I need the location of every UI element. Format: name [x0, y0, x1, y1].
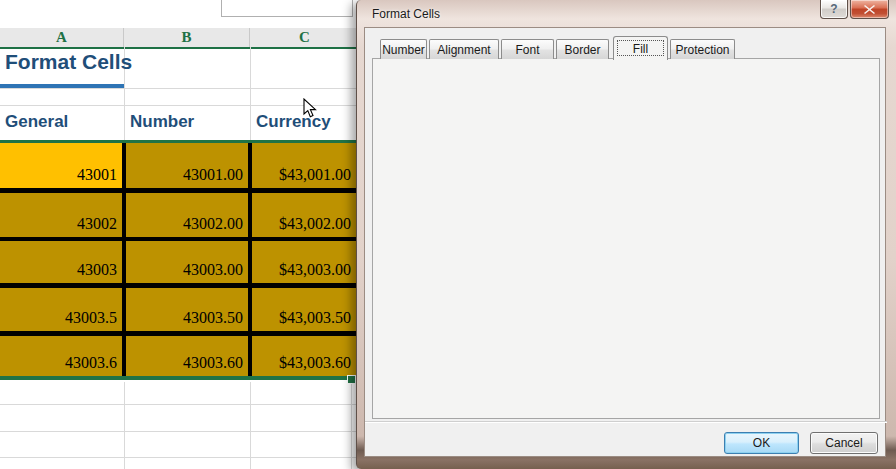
gridline: [124, 382, 125, 469]
spreadsheet-cell[interactable]: 43002: [0, 193, 122, 237]
tab-font[interactable]: Font: [501, 39, 554, 59]
field-header-number[interactable]: Number: [130, 112, 194, 132]
spreadsheet-cell[interactable]: $43,001.00: [252, 143, 356, 188]
screen: ABC Format Cells GeneralNumberCurrency 4…: [0, 0, 896, 469]
close-button[interactable]: [850, 0, 889, 19]
spreadsheet-cell[interactable]: 43002.00: [126, 193, 248, 237]
cell-a1-title[interactable]: Format Cells: [5, 50, 132, 74]
spreadsheet-cell[interactable]: 43001: [0, 143, 122, 188]
cancel-button[interactable]: Cancel: [810, 432, 878, 454]
spreadsheet-cell[interactable]: 43003.50: [126, 288, 248, 331]
field-header-currency[interactable]: Currency: [256, 112, 331, 132]
spreadsheet-cell[interactable]: $43,003.50: [252, 288, 356, 331]
spreadsheet-cell[interactable]: $43,003.00: [252, 241, 356, 283]
gridline: [351, 382, 352, 469]
column-header-row: ABC: [0, 28, 360, 49]
footer-divider: [365, 421, 887, 422]
spreadsheet-cell[interactable]: 43003.00: [126, 241, 248, 283]
column-header-a[interactable]: A: [0, 28, 124, 47]
spreadsheet-cell[interactable]: 43003.5: [0, 288, 122, 331]
spreadsheet-cell[interactable]: $43,002.00: [252, 193, 356, 237]
field-header-general[interactable]: General: [5, 112, 68, 132]
gridline: [0, 431, 357, 432]
tab-protection[interactable]: Protection: [670, 39, 735, 59]
gridline: [250, 47, 251, 141]
spreadsheet: ABC Format Cells GeneralNumberCurrency 4…: [0, 0, 360, 469]
ok-button[interactable]: OK: [724, 432, 799, 454]
gridline: [0, 457, 357, 458]
help-button[interactable]: ?: [820, 0, 848, 19]
gridline: [0, 404, 357, 405]
fill-handle[interactable]: [347, 375, 356, 384]
tab-alignment[interactable]: Alignment: [429, 39, 499, 59]
title-underline: [0, 84, 124, 88]
format-cells-dialog: Format Cells ? NumberAlignmentFontBorder…: [356, 0, 896, 469]
gridline: [250, 382, 251, 469]
gridline: [0, 88, 357, 89]
column-header-c[interactable]: C: [250, 28, 360, 47]
tab-fill[interactable]: Fill: [613, 36, 668, 60]
spreadsheet-cell[interactable]: 43003.60: [126, 336, 248, 376]
formula-bar-fragment: [221, 0, 353, 17]
dialog-client-area: NumberAlignmentFontBorderFillProtection …: [364, 27, 886, 457]
tab-border[interactable]: Border: [556, 39, 609, 59]
selection-border-top: [0, 140, 356, 143]
column-header-b[interactable]: B: [124, 28, 250, 47]
help-icon: ?: [830, 2, 837, 16]
dialog-title: Format Cells: [372, 7, 440, 21]
spreadsheet-cell[interactable]: 43001.00: [126, 143, 248, 188]
tab-number[interactable]: Number: [380, 39, 427, 59]
selection-border-bottom: [0, 376, 350, 380]
spreadsheet-cell[interactable]: 43003.6: [0, 336, 122, 376]
fill-tab-panel: [372, 58, 880, 419]
spreadsheet-cell[interactable]: 43003: [0, 241, 122, 283]
tab-focus-outline: [617, 40, 664, 56]
spreadsheet-cell[interactable]: $43,003.60: [252, 336, 356, 376]
mouse-cursor-icon: [303, 98, 317, 119]
close-icon: [864, 5, 875, 14]
